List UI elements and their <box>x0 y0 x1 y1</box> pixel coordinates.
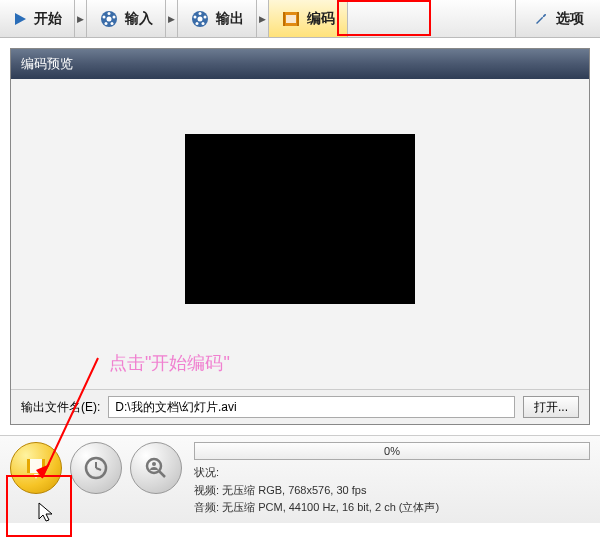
status-label: 状况: <box>194 466 219 478</box>
input-tab[interactable]: 输入 <box>87 0 166 37</box>
start-tab-label: 开始 <box>34 10 62 28</box>
options-button-label: 选项 <box>556 10 584 28</box>
progress-bar: 0% <box>194 442 590 460</box>
output-filename-label: 输出文件名(E): <box>21 399 100 416</box>
toolbar-sep: ▶ <box>257 0 269 37</box>
svg-point-11 <box>204 15 207 18</box>
film-start-icon <box>22 454 50 482</box>
audio-value: 无压缩 PCM, 44100 Hz, 16 bit, 2 ch (立体声) <box>222 501 439 513</box>
svg-rect-21 <box>42 459 45 473</box>
wrench-icon <box>532 10 550 28</box>
main-toolbar: 开始 ▶ 输入 ▶ 输出 ▶ 编码 选项 <box>0 0 600 38</box>
output-filename-row: 输出文件名(E): 打开... <box>11 389 589 424</box>
preview-panel: 编码预览 点击"开始编码" 输出文件名(E): 打开... <box>10 48 590 425</box>
reel-in-icon <box>99 9 119 29</box>
svg-point-9 <box>198 16 203 21</box>
svg-point-12 <box>202 22 205 25</box>
start-tab[interactable]: 开始 <box>0 0 75 37</box>
audio-label: 音频: <box>194 501 219 513</box>
video-label: 视频: <box>194 484 219 496</box>
encode-tab[interactable]: 编码 <box>269 0 348 37</box>
svg-rect-16 <box>286 15 296 23</box>
play-icon <box>12 11 28 27</box>
progress-text: 0% <box>384 445 400 457</box>
status-panel: 0% 状况: 视频: 无压缩 RGB, 768x576, 30 fps 音频: … <box>194 442 590 517</box>
svg-point-7 <box>103 15 106 18</box>
svg-point-5 <box>111 22 114 25</box>
film-icon <box>281 9 301 29</box>
output-tab-label: 输出 <box>216 10 244 28</box>
svg-point-13 <box>196 22 199 25</box>
start-encode-button[interactable] <box>10 442 62 494</box>
open-button[interactable]: 打开... <box>523 396 579 418</box>
annotation-text: 点击"开始编码" <box>109 351 230 375</box>
svg-point-14 <box>194 15 197 18</box>
search-person-icon <box>143 455 169 481</box>
svg-rect-17 <box>283 12 285 26</box>
reel-out-icon <box>190 9 210 29</box>
svg-rect-20 <box>27 459 30 473</box>
svg-point-10 <box>199 12 202 15</box>
preview-area: 点击"开始编码" <box>11 79 589 389</box>
clock-icon <box>83 455 109 481</box>
svg-point-6 <box>105 22 108 25</box>
output-tab[interactable]: 输出 <box>178 0 257 37</box>
svg-rect-18 <box>297 12 299 26</box>
input-tab-label: 输入 <box>125 10 153 28</box>
svg-point-4 <box>113 15 116 18</box>
preview-video-frame <box>185 134 415 304</box>
svg-point-28 <box>152 462 156 466</box>
preview-search-button[interactable] <box>130 442 182 494</box>
svg-marker-0 <box>15 13 26 25</box>
svg-point-3 <box>108 12 111 15</box>
output-filename-input[interactable] <box>108 396 515 418</box>
options-button[interactable]: 选项 <box>515 0 600 37</box>
svg-line-27 <box>159 471 165 477</box>
svg-point-2 <box>107 16 112 21</box>
clock-button[interactable] <box>70 442 122 494</box>
encode-tab-label: 编码 <box>307 10 335 28</box>
preview-panel-title: 编码预览 <box>11 49 589 79</box>
toolbar-sep: ▶ <box>166 0 178 37</box>
svg-marker-22 <box>34 474 38 479</box>
video-value: 无压缩 RGB, 768x576, 30 fps <box>222 484 366 496</box>
toolbar-sep: ▶ <box>75 0 87 37</box>
bottom-controls: 0% 状况: 视频: 无压缩 RGB, 768x576, 30 fps 音频: … <box>0 435 600 523</box>
svg-line-25 <box>96 468 101 470</box>
